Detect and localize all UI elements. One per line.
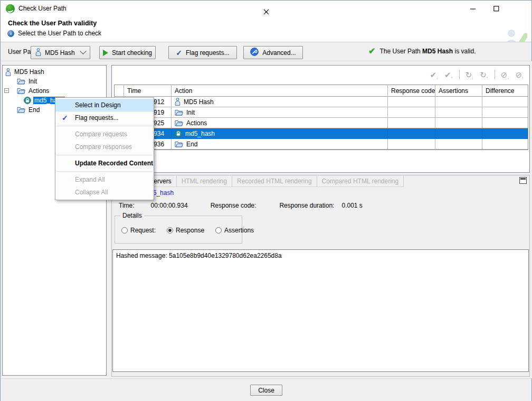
- window-title: Check User Path: [18, 5, 66, 12]
- response-content-area[interactable]: Hashed message: 5a105e8b9d40e1329780d62e…: [112, 249, 529, 372]
- menu-item-compare-requests: Compare requests: [55, 128, 154, 141]
- column-header-action[interactable]: Action: [172, 85, 388, 97]
- action-cell-label: End: [186, 141, 197, 148]
- menu-separator: [56, 155, 153, 155]
- close-button[interactable]: Close: [250, 385, 282, 396]
- neoload-logo-icon: [6, 4, 15, 13]
- response-code-label: Response code:: [211, 202, 256, 209]
- header: Check the User Path validity i Select th…: [1, 16, 531, 42]
- advanced-button[interactable]: Advanced...: [243, 46, 303, 59]
- expander-minus-icon[interactable]: −: [4, 88, 9, 93]
- action-cell-label: Actions: [186, 119, 207, 127]
- tab-html-rendering: HTML rendering: [177, 176, 232, 186]
- table-row[interactable]: 00:00:00.912MD5 Hash: [115, 97, 528, 107]
- radio-button-icon: [121, 227, 128, 234]
- valid-check-icon: ✔: [368, 47, 375, 55]
- page-subtitle: Select the User Path to check: [18, 30, 101, 37]
- column-header-time[interactable]: Time: [124, 85, 172, 97]
- info-icon: i: [7, 30, 14, 37]
- radio-response[interactable]: Response: [167, 227, 204, 234]
- folder-icon: [175, 120, 183, 126]
- details-groupbox: Details Request:ResponseAssertions: [115, 216, 242, 244]
- tree-item-actions[interactable]: −Actions: [3, 86, 106, 96]
- titlebar: Check User Path: [1, 1, 531, 16]
- menu-separator: [56, 126, 153, 126]
- radio-label: Response: [176, 227, 204, 234]
- check-icon: ✓: [62, 111, 68, 124]
- radio-assertions[interactable]: Assertions: [215, 227, 254, 234]
- time-label: Time:: [119, 202, 135, 209]
- tree-item-label: Actions: [27, 87, 50, 95]
- difference-next-icon: ⊘↓: [501, 71, 510, 79]
- column-header-blank[interactable]: [115, 85, 124, 97]
- results-panel: ✔↓✔↑↻↓↻↑⊘↓⊘↑ TimeActionResponse codeAsse…: [111, 65, 530, 173]
- action-cell-label: Init: [186, 109, 195, 116]
- request-icon: [175, 130, 182, 137]
- tree-item-init[interactable]: Init: [3, 77, 106, 86]
- menu-separator: [56, 171, 153, 172]
- results-table[interactable]: TimeActionResponse codeAssertionsDiffere…: [114, 85, 528, 150]
- folder-icon: [17, 107, 25, 113]
- radio-label: Assertions: [224, 227, 254, 234]
- menu-item-collapse-all: Collapse All: [55, 186, 154, 199]
- replay-previous-icon: ↻↑: [480, 71, 489, 79]
- user-icon: [35, 48, 41, 58]
- menu-item-compare-responses: Compare responses: [55, 141, 154, 153]
- results-toolbar: ✔↓✔↑↻↓↻↑⊘↓⊘↑: [430, 69, 524, 80]
- tree-item-label: Init: [27, 78, 38, 85]
- tree-item-label: MD5 Hash: [13, 68, 45, 76]
- request-icon: [24, 97, 31, 104]
- difference-previous-icon: ⊘↑: [515, 71, 524, 79]
- user-icon: [5, 68, 11, 76]
- table-row[interactable]: 00:00:00.919Init: [115, 107, 528, 118]
- column-header-assertions[interactable]: Assertions: [435, 85, 482, 97]
- menu-item-flag-requests[interactable]: ✓Flag requests...: [55, 111, 154, 124]
- table-row[interactable]: 00:00:00.934md5_hash: [115, 128, 528, 139]
- replay-next-icon: ↻↓: [466, 71, 474, 79]
- folder-icon: [175, 141, 183, 147]
- column-header-response-code[interactable]: Response code: [388, 85, 435, 97]
- table-row[interactable]: 00:00:00.925Actions: [115, 118, 528, 128]
- detail-type-radios: Request:ResponseAssertions: [121, 227, 254, 234]
- column-header-difference[interactable]: Difference: [482, 85, 528, 97]
- tree-item-md5-hash[interactable]: MD5 Hash: [3, 67, 106, 77]
- user-path-value: MD5 Hash: [45, 49, 75, 57]
- action-cell-label: MD5 Hash: [184, 98, 214, 106]
- chevron-down-icon: [80, 48, 87, 54]
- separator: [459, 70, 460, 79]
- user-icon: [175, 98, 180, 106]
- response-duration-label: Response duration:: [279, 202, 334, 209]
- menu-item-update-recorded-content[interactable]: Update Recorded Content: [55, 157, 154, 170]
- folder-icon: [17, 78, 25, 85]
- table-row[interactable]: 00:00:00.936End: [115, 139, 528, 150]
- time-value: 00:00:00.934: [151, 202, 188, 209]
- page-title: Check the User Path validity: [8, 20, 97, 27]
- wrench-icon: [250, 48, 259, 58]
- separator: [495, 70, 495, 79]
- flag-requests-button[interactable]: ✓ Flag requests...: [168, 46, 237, 59]
- menu-item-select-in-design[interactable]: Select in Design: [55, 99, 154, 111]
- tab-recorded-html-rendering: Recorded HTML rendering: [232, 176, 317, 186]
- start-checking-button[interactable]: Start checking: [99, 46, 156, 59]
- menu-item-expand-all: Expand All: [55, 173, 154, 186]
- response-duration-value: 0.001 s: [341, 202, 362, 209]
- folder-icon: [17, 88, 25, 94]
- validity-status: ✔ The User Path MD5 Hash is valid.: [368, 47, 476, 55]
- maximize-icon[interactable]: [487, 2, 505, 15]
- details-panel: DetailsServersHTML renderingRecorded HTM…: [111, 175, 530, 377]
- check-next-icon: ✔↓: [430, 71, 439, 79]
- radio-request[interactable]: Request:: [121, 227, 156, 234]
- details-tabbar: DetailsServersHTML renderingRecorded HTM…: [112, 175, 404, 187]
- user-path-select[interactable]: MD5 Hash: [31, 46, 90, 59]
- maximize-panel-icon[interactable]: [519, 177, 527, 184]
- close-icon[interactable]: [250, 6, 282, 17]
- action-cell-label: md5_hash: [185, 130, 215, 137]
- check-previous-icon: ✔↑: [444, 71, 453, 79]
- table-header-row: TimeActionResponse codeAssertionsDiffere…: [115, 85, 528, 97]
- folder-icon: [175, 109, 183, 116]
- minimize-icon[interactable]: [464, 2, 482, 15]
- check-user-path-dialog: Check User Path Check the User Path vali…: [0, 0, 532, 401]
- play-icon: [103, 50, 108, 56]
- details-group-label: Details: [120, 212, 144, 219]
- radio-button-icon: [215, 227, 222, 234]
